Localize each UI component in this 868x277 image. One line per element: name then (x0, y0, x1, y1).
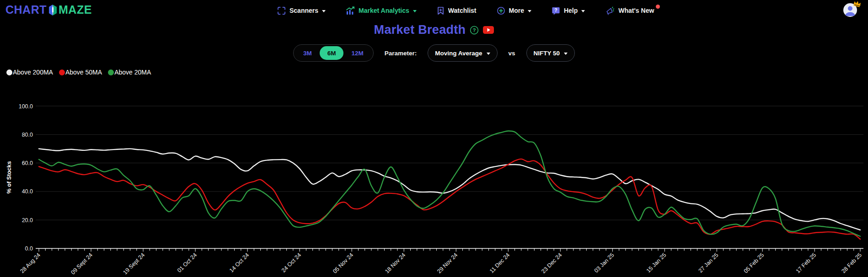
range-12m-button[interactable]: 12M (343, 46, 371, 60)
legend-dot-red (59, 69, 65, 75)
svg-text:18 Nov 24: 18 Nov 24 (384, 252, 407, 275)
svg-text:60.0: 60.0 (22, 160, 33, 166)
x-axis-ticks (39, 249, 860, 252)
gridlines (36, 106, 863, 220)
series-line-above-50ma (39, 159, 860, 239)
x-axis-labels: 28 Aug 2409 Sept 2419 Sept 2401 Oct 2414… (19, 252, 863, 276)
svg-text:28 Aug 24: 28 Aug 24 (19, 252, 42, 275)
svg-text:01 Oct 24: 01 Oct 24 (176, 252, 198, 274)
series-line-above-200ma (39, 149, 860, 230)
chartmaze-logo[interactable]: CHART MAZE (5, 3, 92, 16)
legend-label: Above 50MA (65, 69, 102, 76)
legend-item-above-50ma[interactable]: Above 50MA (59, 69, 102, 76)
svg-text:05 Feb 25: 05 Feb 25 (743, 252, 766, 275)
comparison-select[interactable]: NIFTY 50 (526, 44, 575, 62)
chevron-down-icon (564, 53, 568, 55)
nav-label: What's New (618, 7, 654, 14)
nav-item-more[interactable]: More (497, 6, 531, 15)
help-chat-icon: ? (552, 6, 560, 15)
nav-item-scanners[interactable]: Scanners (277, 6, 326, 15)
nav-label: More (509, 7, 524, 14)
legend-dot-white (6, 69, 12, 75)
chevron-down-icon (528, 10, 531, 12)
logo-text-chart: CHART (5, 3, 47, 16)
youtube-icon[interactable] (483, 26, 494, 34)
chevron-down-icon (322, 10, 326, 12)
plus-circle-icon (497, 6, 505, 15)
y-axis-title: % of Stocks (6, 161, 12, 194)
legend-item-above-200ma[interactable]: Above 200MA (6, 69, 53, 76)
svg-text:80.0: 80.0 (22, 132, 33, 138)
nav-item-help[interactable]: ? Help (552, 6, 585, 15)
svg-text:11 Dec 24: 11 Dec 24 (488, 252, 511, 275)
svg-text:14 Oct 24: 14 Oct 24 (228, 252, 250, 274)
series-line-above-20ma (39, 131, 860, 236)
analytics-bars-icon (346, 6, 355, 15)
svg-text:15 Jan 25: 15 Jan 25 (645, 252, 668, 274)
nav-label: Watchlist (448, 7, 477, 14)
nav-item-watchlist[interactable]: Watchlist (437, 6, 477, 15)
svg-text:09 Sept 24: 09 Sept 24 (70, 252, 94, 276)
parameter-value: Moving Average (435, 50, 482, 57)
nav-label: Help (564, 7, 578, 14)
svg-text:27 Jan 25: 27 Jan 25 (697, 252, 720, 274)
svg-text:40.0: 40.0 (22, 188, 33, 195)
svg-text:29 Nov 24: 29 Nov 24 (436, 252, 459, 275)
bookmark-icon (437, 6, 445, 15)
main-nav: Scanners Market Analytics Watchlist (277, 0, 654, 21)
scanner-icon (277, 6, 286, 15)
nav-item-whats-new[interactable]: What's New (605, 6, 654, 15)
legend-label: Above 200MA (13, 69, 53, 76)
chevron-down-icon (487, 53, 490, 55)
page-title-row: Market Breadth ? (0, 23, 868, 37)
svg-text:24 Oct 24: 24 Oct 24 (280, 252, 302, 274)
legend-label: Above 20MA (114, 69, 151, 76)
chart-legend: Above 200MA Above 50MA Above 20MA (6, 69, 151, 76)
comparison-value: NIFTY 50 (534, 50, 560, 57)
svg-text:28 Feb 25: 28 Feb 25 (840, 252, 863, 275)
svg-text:17 Feb 25: 17 Feb 25 (795, 252, 818, 275)
legend-item-above-20ma[interactable]: Above 20MA (108, 69, 151, 76)
nav-label: Market Analytics (359, 7, 409, 14)
info-question-icon[interactable]: ? (470, 26, 479, 35)
notification-dot (656, 5, 660, 9)
svg-text:?: ? (554, 8, 557, 13)
parameter-label: Parameter: (385, 50, 417, 57)
logo-text-maze: MAZE (59, 3, 92, 16)
svg-text:05 Nov 24: 05 Nov 24 (332, 252, 354, 275)
svg-text:03 Jan 25: 03 Jan 25 (593, 252, 616, 274)
megaphone-icon (605, 6, 615, 15)
svg-text:?: ? (473, 27, 476, 33)
vs-label: vs (509, 50, 515, 57)
parameter-select[interactable]: Moving Average (428, 44, 497, 62)
top-nav-bar: CHART MAZE Scanners Market (0, 0, 868, 21)
range-toggle: 3M 6M 12M (293, 44, 374, 62)
nav-label-wrap: What's New (618, 7, 654, 14)
nav-item-market-analytics[interactable]: Market Analytics (346, 6, 417, 15)
chartmaze-app: { "header": { "logo_part1": "CHART", "lo… (0, 0, 868, 277)
user-profile[interactable] (843, 3, 858, 18)
page-title: Market Breadth (374, 23, 466, 37)
y-axis-labels: 0.020.040.060.080.0100.0 (19, 103, 33, 252)
range-6m-button[interactable]: 6M (320, 46, 344, 60)
chevron-down-icon (581, 10, 585, 12)
svg-text:100.0: 100.0 (19, 103, 33, 110)
nav-label: Scanners (289, 7, 318, 14)
chevron-down-icon (413, 10, 417, 12)
market-breadth-chart[interactable]: 0.020.040.060.080.0100.0% of Stocks28 Au… (0, 0, 868, 277)
legend-dot-green (108, 69, 114, 75)
svg-text:0.0: 0.0 (25, 245, 33, 252)
range-3m-button[interactable]: 3M (295, 46, 320, 60)
svg-text:23 Dec 24: 23 Dec 24 (540, 252, 563, 275)
svg-text:20.0: 20.0 (22, 217, 33, 224)
candle-logo-icon (47, 4, 58, 16)
svg-text:19 Sept 24: 19 Sept 24 (122, 252, 146, 276)
chart-controls: 3M 6M 12M Parameter: Moving Average vs N… (0, 44, 868, 62)
